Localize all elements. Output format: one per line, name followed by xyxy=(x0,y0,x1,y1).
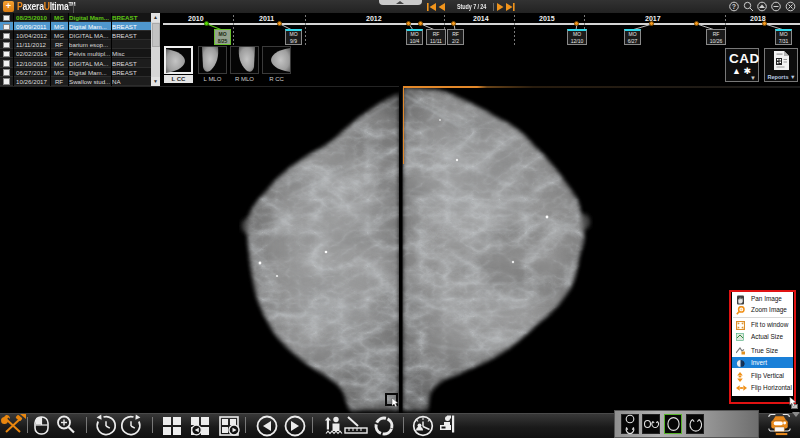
svg-text:?: ? xyxy=(732,3,736,10)
